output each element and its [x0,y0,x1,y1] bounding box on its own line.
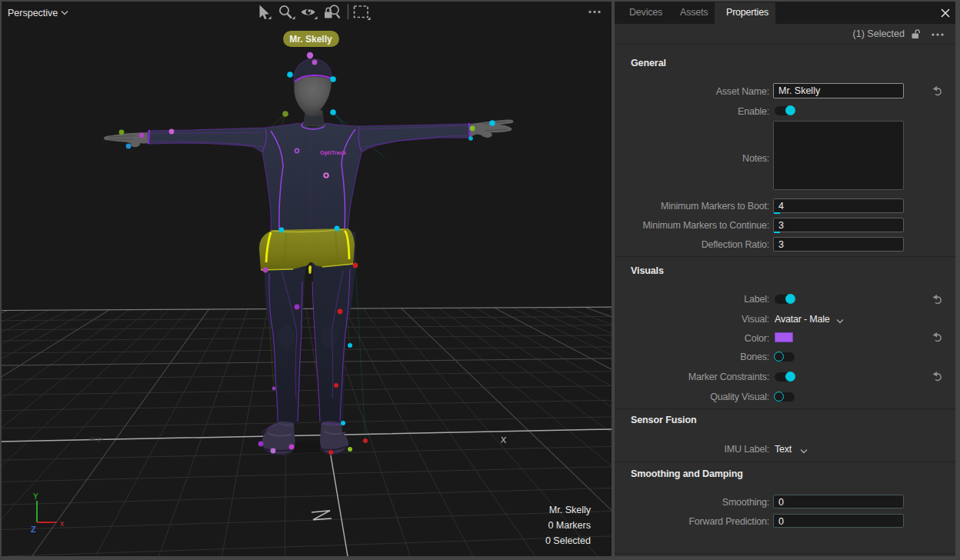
svg-text:0 Markers: 0 Markers [548,520,591,531]
svg-text:x: x [60,519,64,528]
svg-text:Perspective: Perspective [8,8,58,18]
svg-text:0 Selected: 0 Selected [545,535,591,546]
svg-text:OptiTrack: OptiTrack [320,150,346,156]
svg-text:Y: Y [33,492,38,501]
svg-text:Z: Z [31,525,36,534]
svg-text:Mr. Skelly: Mr. Skelly [289,34,332,45]
svg-text:Mr. Skelly: Mr. Skelly [549,505,592,515]
